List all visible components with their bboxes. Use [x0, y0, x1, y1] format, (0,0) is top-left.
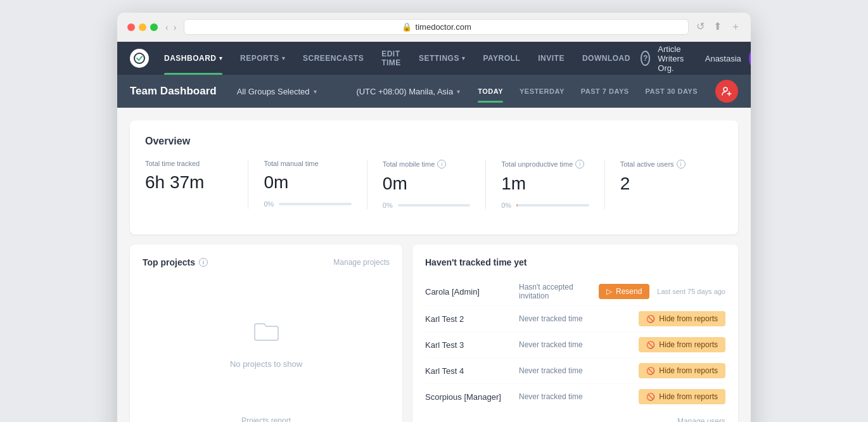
lock-icon: 🔒 — [402, 22, 412, 32]
stat-bar-unproductive: 0% — [501, 201, 589, 209]
user-status: Never tracked time — [519, 314, 634, 323]
stat-value-active-users: 2 — [620, 174, 708, 194]
avatar[interactable]: A — [749, 49, 751, 68]
user-status: Never tracked time — [519, 366, 634, 375]
nav-item-screencasts[interactable]: SCREENCASTS — [295, 42, 371, 75]
timezone-label: (UTC +08:00) Manila, Asia — [356, 87, 453, 96]
overview-title: Overview — [145, 136, 723, 147]
stat-value-unproductive: 1m — [501, 174, 589, 194]
user-name: Karl Test 3 — [425, 340, 514, 350]
new-tab-icon[interactable]: ＋ — [731, 20, 741, 34]
nav-item-dashboard[interactable]: DASHBOARD ▾ — [156, 42, 230, 75]
user-status: Hasn't accepted invitation — [519, 283, 594, 300]
stat-manual-time: Total manual time 0m 0% — [264, 160, 367, 209]
chevron-down-icon: ▾ — [282, 55, 286, 61]
user-status: Never tracked time — [519, 392, 634, 401]
group-select[interactable]: All Groups Selected ▾ — [232, 84, 322, 99]
stat-value-mobile-time: 0m — [383, 174, 470, 194]
folder-icon — [251, 316, 281, 352]
stat-pct-unproductive: 0% — [501, 201, 511, 209]
user-row: Karl Test 4Never tracked time🚫 Hide from… — [425, 358, 725, 384]
time-filter: TODAY YESTERDAY PAST 7 DAYS PAST 30 DAYS — [470, 84, 705, 99]
time-btn-past7days[interactable]: PAST 7 DAYS — [573, 84, 637, 99]
eye-slash-icon: 🚫 — [646, 315, 655, 323]
time-btn-past30days[interactable]: PAST 30 DAYS — [638, 84, 705, 99]
help-button[interactable]: ? — [641, 51, 650, 66]
info-icon-active-users[interactable]: i — [677, 160, 686, 169]
app: DASHBOARD ▾ REPORTS ▾ SCREENCASTS EDIT T… — [117, 42, 751, 422]
svg-point-1 — [724, 87, 727, 91]
forward-icon[interactable]: › — [174, 22, 177, 32]
nav-right: ? Article Writers Org. Anastasia A — [641, 44, 751, 73]
time-btn-yesterday[interactable]: YESTERDAY — [512, 84, 572, 99]
browser-actions: ↺ ⬆ ＋ — [696, 20, 741, 34]
main-content: Overview Total time tracked 6h 37m Total… — [117, 108, 751, 422]
eye-slash-icon: 🚫 — [646, 393, 655, 401]
url-text: timedoctor.com — [416, 22, 471, 32]
user-name: Anastasia — [705, 54, 741, 63]
maximize-dot[interactable] — [150, 23, 158, 31]
time-btn-today[interactable]: TODAY — [470, 84, 511, 99]
user-rows: Carola [Admin]Hasn't accepted invitation… — [425, 278, 725, 409]
user-row: Scorpious [Manager]Never tracked time🚫 H… — [425, 384, 725, 409]
close-dot[interactable] — [127, 23, 135, 31]
info-icon-projects[interactable]: i — [199, 258, 208, 267]
user-row: Carola [Admin]Hasn't accepted invitation… — [425, 278, 725, 306]
user-row: Karl Test 2Never tracked time🚫 Hide from… — [425, 306, 725, 332]
stat-label-manual-time: Total manual time — [264, 160, 351, 167]
resend-button[interactable]: ▷ Resend — [599, 284, 649, 299]
hide-from-reports-button[interactable]: 🚫 Hide from reports — [639, 389, 725, 404]
nav-item-edit-time[interactable]: EDIT TIME — [374, 42, 409, 75]
nav-label-reports: REPORTS — [240, 54, 279, 63]
manage-users-link[interactable]: Manage users — [425, 417, 725, 422]
browser-window: ‹ › 🔒 timedoctor.com ↺ ⬆ ＋ — [117, 13, 751, 422]
projects-footer: Projects report — [143, 407, 390, 422]
nav-label-download: DOWNLOAD — [582, 54, 630, 63]
stat-pct-manual: 0% — [264, 200, 274, 208]
hide-from-reports-button[interactable]: 🚫 Hide from reports — [639, 311, 725, 326]
chevron-down-icon: ▾ — [219, 55, 223, 61]
projects-report-link[interactable]: Projects report — [241, 416, 291, 422]
hide-from-reports-button[interactable]: 🚫 Hide from reports — [639, 337, 725, 352]
timezone-select[interactable]: (UTC +08:00) Manila, Asia ▾ — [351, 84, 465, 99]
eye-slash-icon: 🚫 — [646, 367, 655, 375]
nav-logo[interactable] — [130, 49, 149, 68]
stat-label-mobile-time: Total mobile time i — [383, 160, 470, 169]
refresh-icon[interactable]: ↺ — [696, 20, 705, 34]
projects-card-header: Top projects i Manage projects — [143, 257, 390, 267]
address-bar[interactable]: 🔒 timedoctor.com — [184, 19, 689, 35]
nav-label-screencasts: SCREENCASTS — [303, 54, 364, 63]
add-user-button[interactable] — [715, 80, 738, 103]
stat-bar-manual: 0% — [264, 200, 351, 208]
nav-item-download[interactable]: DOWNLOAD — [575, 42, 638, 75]
group-select-label: All Groups Selected — [237, 87, 310, 96]
svg-point-0 — [134, 53, 144, 63]
chevron-down-icon: ▾ — [314, 88, 317, 95]
stat-bar-mobile-fill — [398, 204, 471, 207]
info-icon-mobile[interactable]: i — [437, 160, 446, 169]
nav-item-invite[interactable]: INVITE — [530, 42, 572, 75]
nav-label-edit-time: EDIT TIME — [381, 49, 401, 67]
minimize-dot[interactable] — [139, 23, 146, 31]
projects-empty-state: No projects to show — [143, 278, 390, 407]
action-meta: Last sent 75 days ago — [657, 288, 725, 295]
manage-projects-link[interactable]: Manage projects — [333, 258, 390, 267]
stat-unproductive-time: Total unproductive time i 1m 0% — [501, 160, 604, 209]
user-name: Carola [Admin] — [425, 287, 514, 297]
nav-item-settings[interactable]: SETTINGS ▾ — [411, 42, 473, 75]
stat-bar-mobile: 0% — [383, 201, 470, 209]
stat-value-total-tracked: 6h 37m — [145, 172, 233, 193]
nav-label-dashboard: DASHBOARD — [164, 54, 217, 63]
info-icon-unproductive[interactable]: i — [575, 160, 584, 169]
share-icon[interactable]: ⬆ — [713, 20, 722, 34]
hide-from-reports-button[interactable]: 🚫 Hide from reports — [639, 363, 725, 378]
top-nav: DASHBOARD ▾ REPORTS ▾ SCREENCASTS EDIT T… — [117, 42, 751, 75]
eye-slash-icon: 🚫 — [646, 341, 655, 349]
stat-mobile-time: Total mobile time i 0m 0% — [383, 160, 486, 209]
nav-item-payroll[interactable]: PAYROLL — [475, 42, 528, 75]
user-name: Scorpious [Manager] — [425, 392, 514, 402]
projects-card: Top projects i Manage projects No projec… — [130, 245, 402, 422]
nav-item-reports[interactable]: REPORTS ▾ — [233, 42, 293, 75]
nav-label-settings: SETTINGS — [419, 54, 459, 63]
back-icon[interactable]: ‹ — [165, 22, 169, 32]
